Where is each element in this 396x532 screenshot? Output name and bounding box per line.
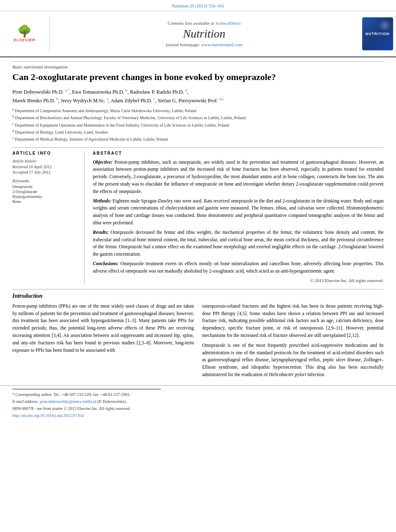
- keyword-1: Omeprazole: [12, 184, 79, 189]
- logo-image: 🌳 ELSEVIER: [6, 23, 43, 45]
- email-note: E-mail address: piotr.dobrowolski@umcs.l…: [12, 398, 384, 405]
- elsevier-logo: 🌳 ELSEVIER: [0, 15, 50, 52]
- tree-icon: 🌳: [17, 26, 32, 37]
- introduction-heading: Introduction: [12, 293, 384, 299]
- keyword-2: 2-Oxoglutarate: [12, 189, 79, 194]
- abstract-column: ABSTRACT Objective: Proton-pump inhibito…: [93, 151, 384, 284]
- doi-link[interactable]: http://dx.doi.org/10.1016/j.nut.2012.07.…: [12, 413, 84, 418]
- nutrition-badge: NUTRITION: [362, 17, 393, 50]
- issn-note: 0899-9007/$ - see front matter © 2013 El…: [12, 405, 384, 412]
- info-abstract-section: ARTICLE INFO Article history: Received 1…: [12, 151, 384, 284]
- sciencedirect-link[interactable]: ScienceDirect: [215, 21, 241, 26]
- top-bar: Nutrition 29 (2013) 556–561: [0, 0, 396, 11]
- abstract-results: Results: Omeprazole decreased the femur …: [93, 229, 384, 258]
- journal-header: 🌳 ELSEVIER Contents lists available at S…: [0, 11, 396, 57]
- affiliation-e: e Department of Medical Biology, Institu…: [12, 136, 384, 143]
- intro-col-left: Proton-pump inhibitors (PPIs) are one of…: [12, 303, 194, 381]
- sciencedirect-link-line: Contents lists available at ScienceDirec…: [167, 21, 240, 26]
- page-footer: * Corresponding author. Tel.: +48-507-13…: [0, 385, 396, 422]
- abstract-heading: ABSTRACT: [93, 151, 384, 155]
- introduction-section: Introduction Proton-pump inhibitors (PPI…: [12, 293, 384, 381]
- keyword-3: Hypergastrinemia: [12, 194, 79, 199]
- journal-header-center: Contents lists available at ScienceDirec…: [50, 15, 359, 52]
- intro-para-1: Proton-pump inhibitors (PPIs) are one of…: [12, 303, 194, 354]
- article-body: Basic nutritional investigation Can 2-ox…: [0, 57, 396, 385]
- abstract-text: Objective: Proton-pump inhibitors, such …: [93, 159, 384, 284]
- abstract-methods: Methods: Eighteen male Sprague-Dawley ra…: [93, 198, 384, 227]
- accepted-date: Accepted 17 July 2012: [12, 170, 79, 174]
- article-info-heading: ARTICLE INFO: [12, 151, 79, 155]
- section-divider: [12, 147, 384, 148]
- homepage-label: journal homepage:: [166, 42, 200, 47]
- intro-para-2: osteoporosis-related fractures and the h…: [202, 303, 384, 339]
- body-divider: [12, 289, 384, 290]
- introduction-body: Proton-pump inhibitors (PPIs) are one of…: [12, 303, 384, 381]
- email-link[interactable]: piotr.dobrowolski@umcs.lublin.pl: [40, 399, 96, 404]
- keyword-4: Bone: [12, 199, 79, 204]
- journal-homepage: journal homepage: www.nutritionjrnl.com: [166, 42, 243, 47]
- history-label: Article history:: [12, 159, 79, 163]
- footer-divider: [12, 389, 161, 389]
- intro-para-3: Omeprazole is one of the most frequently…: [202, 342, 384, 379]
- keywords-label: Keywords:: [12, 179, 79, 183]
- elsevier-wordmark: ELSEVIER: [14, 38, 35, 42]
- doi-note: http://dx.doi.org/10.1016/j.nut.2012.07.…: [12, 412, 384, 419]
- journal-reference: Nutrition 29 (2013) 556–561: [172, 3, 224, 8]
- section-label: Basic nutritional investigation: [12, 61, 384, 69]
- abstract-objective: Objective: Proton-pump inhibitors, such …: [93, 159, 384, 195]
- abstract-conclusions: Conclusions: Omeprazole treatment exerts…: [93, 260, 384, 275]
- affiliation-c: c Department of Equipment Operation and …: [12, 122, 384, 129]
- contents-text: Contents lists available at: [167, 21, 214, 26]
- authors-line: Piotr Dobrowolski Ph.D. a,*, Ewa Tomasze…: [12, 87, 384, 105]
- intro-col-right: osteoporosis-related fractures and the h…: [202, 303, 384, 381]
- nutrition-badge-area: NUTRITION: [359, 15, 396, 52]
- article-title: Can 2-oxoglutarate prevent changes in bo…: [12, 71, 384, 83]
- homepage-url[interactable]: www.nutritionjrnl.com: [201, 42, 243, 47]
- affiliation-a: a Department of Comparative Anatomy and …: [12, 107, 384, 114]
- journal-title: Nutrition: [183, 27, 226, 40]
- received-date: Received 10 April 2012: [12, 165, 79, 169]
- corresponding-author-note: * Corresponding author. Tel.: +48-507-13…: [12, 391, 384, 398]
- abstract-copyright: © 2013 Elsevier Inc. All rights reserved…: [93, 277, 384, 284]
- article-info-column: ARTICLE INFO Article history: Received 1…: [12, 151, 85, 284]
- affiliations: a Department of Comparative Anatomy and …: [12, 107, 384, 143]
- affiliation-b: b Department of Biochemistry and Animal …: [12, 114, 384, 121]
- affiliation-d: d Department of Biology, Lund University…: [12, 129, 384, 136]
